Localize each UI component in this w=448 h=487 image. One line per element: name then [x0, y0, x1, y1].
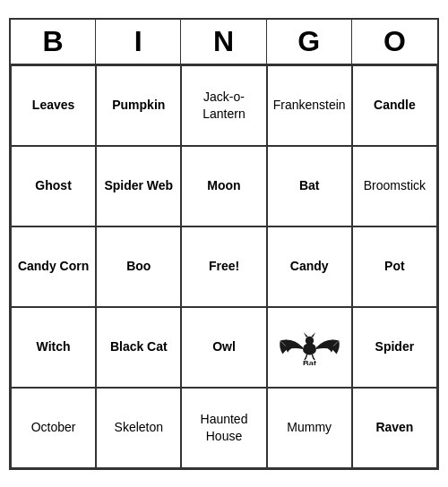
- header-g: G: [267, 20, 352, 64]
- cell-2[interactable]: Jack-o-Lantern: [181, 65, 266, 146]
- cell-15[interactable]: Witch: [11, 307, 96, 388]
- svg-point-1: [306, 336, 314, 344]
- bingo-card: B I N G O Leaves Pumpkin Jack-o-Lantern …: [9, 18, 439, 470]
- cell-12[interactable]: Free!: [181, 226, 266, 307]
- cell-8[interactable]: Bat: [267, 146, 352, 226]
- header-b: B: [11, 20, 96, 64]
- svg-marker-2: [304, 332, 308, 337]
- cell-22[interactable]: Haunted House: [181, 388, 266, 468]
- cell-17[interactable]: Owl: [181, 307, 266, 388]
- svg-text:Bat: Bat: [303, 358, 316, 364]
- cell-16[interactable]: Black Cat: [96, 307, 181, 388]
- cell-0[interactable]: Leaves: [11, 65, 96, 146]
- bingo-header: B I N G O: [11, 20, 437, 65]
- cell-11[interactable]: Boo: [96, 226, 181, 307]
- cell-20[interactable]: October: [11, 388, 96, 468]
- cell-23[interactable]: Mummy: [267, 388, 352, 468]
- header-n: N: [181, 20, 266, 64]
- cell-4[interactable]: Candle: [352, 65, 437, 146]
- cell-3[interactable]: Frankenstein: [267, 65, 352, 146]
- cell-7[interactable]: Moon: [181, 146, 266, 226]
- cell-6[interactable]: Spider Web: [96, 146, 181, 226]
- cell-10[interactable]: Candy Corn: [11, 226, 96, 307]
- cell-1[interactable]: Pumpkin: [96, 65, 181, 146]
- cell-21[interactable]: Skeleton: [96, 388, 181, 468]
- cell-24[interactable]: Raven: [352, 388, 437, 468]
- cell-18[interactable]: Bat: [267, 307, 352, 388]
- bat-svg-icon: Bat: [276, 329, 343, 365]
- cell-5[interactable]: Ghost: [11, 146, 96, 226]
- bingo-grid: Leaves Pumpkin Jack-o-Lantern Frankenste…: [11, 65, 437, 468]
- header-i: I: [96, 20, 181, 64]
- svg-marker-3: [311, 332, 315, 337]
- svg-point-0: [303, 343, 316, 355]
- cell-19[interactable]: Spider: [352, 307, 437, 388]
- header-o: O: [352, 20, 437, 64]
- cell-9[interactable]: Broomstick: [352, 146, 437, 226]
- cell-13[interactable]: Candy: [267, 226, 352, 307]
- cell-14[interactable]: Pot: [352, 226, 437, 307]
